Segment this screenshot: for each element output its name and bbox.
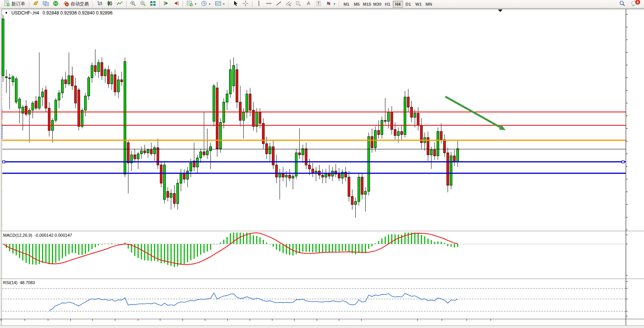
time-axis[interactable] (0, 319, 626, 325)
equidistant-channel-button[interactable]: E (284, 0, 294, 8)
tf-d1-button[interactable]: D1 (403, 1, 413, 8)
fibonacci-button[interactable]: F (294, 0, 304, 8)
templates-icon (215, 0, 221, 8)
trendline-icon (276, 0, 282, 8)
hline-handle[interactable] (622, 161, 624, 163)
bar-chart-button[interactable] (95, 0, 105, 8)
arrows-button[interactable]: ▾ (323, 0, 337, 8)
profiles-icon (33, 0, 39, 8)
hline-handle[interactable] (3, 161, 5, 163)
zoom-out-icon (140, 0, 146, 8)
svg-text:E: E (289, 4, 291, 6)
rsi-label: RSI(14) (3, 280, 18, 285)
charts-button[interactable] (41, 0, 51, 8)
auto-scroll-icon (163, 0, 169, 8)
toolbar: 新订单 自动交易 ▾ ▾ ▾ E F A T ▾ M1 M5 M15 M30 H… (0, 0, 644, 8)
text-button[interactable]: A (304, 0, 313, 8)
svg-text:F: F (299, 4, 301, 6)
templates-button[interactable]: ▾ (213, 0, 227, 8)
text-label-icon: T (315, 0, 321, 8)
indicators-button[interactable]: ▾ (185, 0, 199, 8)
candlestick-chart-button[interactable] (105, 0, 115, 8)
zoom-out-button[interactable] (138, 0, 148, 8)
tile-windows-button[interactable] (148, 0, 158, 8)
horizontal-line-button[interactable] (264, 0, 274, 8)
trendline-button[interactable] (274, 0, 284, 8)
chevron-down-icon: ▾ (209, 2, 210, 6)
price-axis[interactable] (626, 9, 644, 319)
svg-text:A: A (307, 1, 310, 6)
tile-windows-icon (150, 0, 156, 8)
autotrading-button[interactable]: 自动交易 (61, 0, 91, 8)
vertical-line-icon (256, 0, 262, 8)
line-chart-icon (117, 0, 123, 8)
market-watch-button[interactable] (51, 0, 61, 8)
autotrading-label: 自动交易 (71, 1, 89, 7)
charts-icon (43, 0, 49, 8)
chevron-down-icon: ▾ (334, 2, 335, 6)
vertical-line-button[interactable] (254, 0, 264, 8)
zoom-in-icon (130, 0, 136, 8)
tf-m1-button[interactable]: M1 (341, 1, 352, 8)
text-label-button[interactable]: T (313, 0, 323, 8)
tf-w1-button[interactable]: W1 (413, 1, 424, 8)
auto-scroll-button[interactable] (161, 0, 171, 8)
cursor-button[interactable] (231, 0, 241, 8)
profiles-button[interactable] (31, 0, 41, 8)
market-watch-icon (53, 0, 59, 8)
chart-canvas[interactable] (0, 0, 644, 328)
arrows-icon (326, 0, 332, 8)
indicators-icon (187, 0, 193, 8)
tf-h4-button[interactable]: H4 (393, 1, 403, 8)
rsi-label-row: RSI(14) 48.7083 (3, 280, 35, 285)
tf-m5-button[interactable]: M5 (352, 1, 362, 8)
periods-button[interactable]: ▾ (199, 0, 213, 8)
horizontal-line-icon (266, 0, 272, 8)
new-order-icon (4, 0, 10, 8)
tf-m15-button[interactable]: M15 (362, 1, 372, 8)
equidistant-channel-icon: E (286, 0, 292, 8)
cursor-icon (233, 0, 239, 8)
zoom-in-button[interactable] (128, 0, 138, 8)
crosshair-button[interactable] (241, 0, 251, 8)
macd-label: MACD(12,26,9) (3, 233, 32, 238)
candlestick-chart-icon (107, 0, 113, 8)
tf-m30-button[interactable]: M30 (372, 1, 382, 8)
new-order-label: 新订单 (11, 1, 25, 7)
chart-shift-button[interactable] (171, 0, 181, 8)
search-button[interactable] (617, 0, 627, 8)
macd-label-row: MACD(12,26,9) -0.000142 0.000147 (3, 233, 72, 238)
crosshair-icon (243, 0, 249, 8)
chart-quote: 0.92848 0.92936 0.92840 0.92896 (43, 10, 113, 16)
chevron-down-icon: ▾ (195, 2, 196, 6)
line-chart-button[interactable] (115, 0, 125, 8)
chart-title: USDCHF-,H4 (11, 10, 39, 16)
new-order-button[interactable]: 新订单 (2, 0, 27, 8)
tf-mn-button[interactable]: MN (424, 1, 434, 8)
macd-values: -0.000142 0.000147 (34, 233, 72, 238)
search-icon (619, 0, 625, 8)
chevron-down-icon[interactable]: ▼ (5, 11, 8, 15)
bar-chart-icon (97, 0, 103, 8)
autotrading-icon (63, 0, 69, 8)
text-icon: A (305, 0, 312, 8)
notification-badge: 1 (635, 0, 640, 5)
tf-h1-button[interactable]: H1 (382, 1, 393, 8)
rsi-value: 48.7083 (20, 280, 35, 285)
chat-button[interactable]: 1 (630, 0, 639, 8)
chart-shift-icon (173, 0, 179, 8)
chart-title-row[interactable]: ▼ USDCHF-,H4 0.92848 0.92936 0.92840 0.9… (5, 10, 112, 16)
svg-text:T: T (317, 1, 320, 6)
fibonacci-icon: F (296, 0, 302, 8)
chevron-down-icon: ▾ (223, 2, 225, 6)
periods-icon (201, 0, 207, 8)
